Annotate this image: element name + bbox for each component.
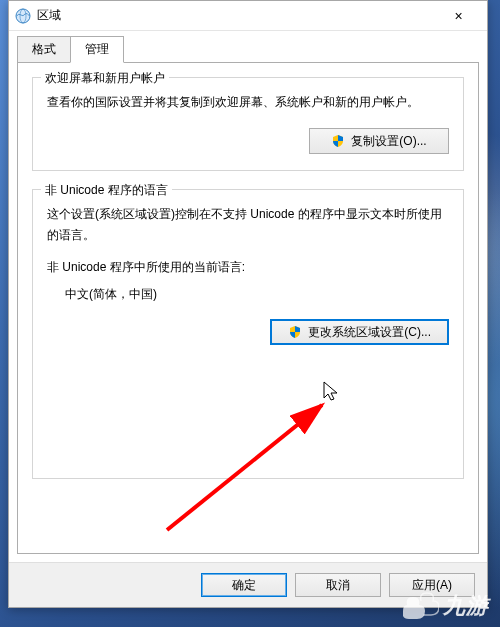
non-unicode-group: 非 Unicode 程序的语言 这个设置(系统区域设置)控制在不支持 Unico…: [32, 189, 464, 479]
unicode-description: 这个设置(系统区域设置)控制在不支持 Unicode 的程序中显示文本时所使用的…: [47, 204, 449, 245]
titlebar: 区域 ×: [9, 1, 487, 31]
close-button[interactable]: ×: [436, 1, 481, 30]
watermark-text: 九游: [443, 591, 489, 621]
tab-content-admin: 欢迎屏幕和新用户帐户 查看你的国际设置并将其复制到欢迎屏幕、系统帐户和新的用户帐…: [17, 62, 479, 554]
tab-format[interactable]: 格式: [17, 36, 71, 63]
region-dialog: 区域 × 格式 管理 欢迎屏幕和新用户帐户 查看你的国际设置并将其复制到欢迎屏幕…: [8, 0, 488, 608]
copy-settings-label: 复制设置(O)...: [351, 133, 426, 150]
welcome-screen-group: 欢迎屏幕和新用户帐户 查看你的国际设置并将其复制到欢迎屏幕、系统帐户和新的用户帐…: [32, 77, 464, 171]
copy-settings-button[interactable]: 复制设置(O)...: [309, 128, 449, 154]
shield-icon: [331, 134, 345, 148]
change-locale-label: 更改系统区域设置(C)...: [308, 324, 431, 341]
window-title: 区域: [37, 7, 436, 24]
welcome-description: 查看你的国际设置并将其复制到欢迎屏幕、系统帐户和新的用户帐户。: [47, 92, 449, 112]
cancel-button[interactable]: 取消: [295, 573, 381, 597]
ok-button[interactable]: 确定: [201, 573, 287, 597]
shield-icon: [288, 325, 302, 339]
change-system-locale-button[interactable]: 更改系统区域设置(C)...: [270, 319, 449, 345]
current-language-value: 中文(简体，中国): [47, 286, 449, 303]
current-language-label: 非 Unicode 程序中所使用的当前语言:: [47, 259, 449, 276]
tab-admin[interactable]: 管理: [70, 36, 124, 63]
globe-icon: [15, 8, 31, 24]
group-title-unicode: 非 Unicode 程序的语言: [41, 182, 172, 199]
watermark-logo: 九游: [396, 589, 496, 623]
group-title-welcome: 欢迎屏幕和新用户帐户: [41, 70, 169, 87]
tab-strip: 格式 管理: [9, 31, 487, 62]
